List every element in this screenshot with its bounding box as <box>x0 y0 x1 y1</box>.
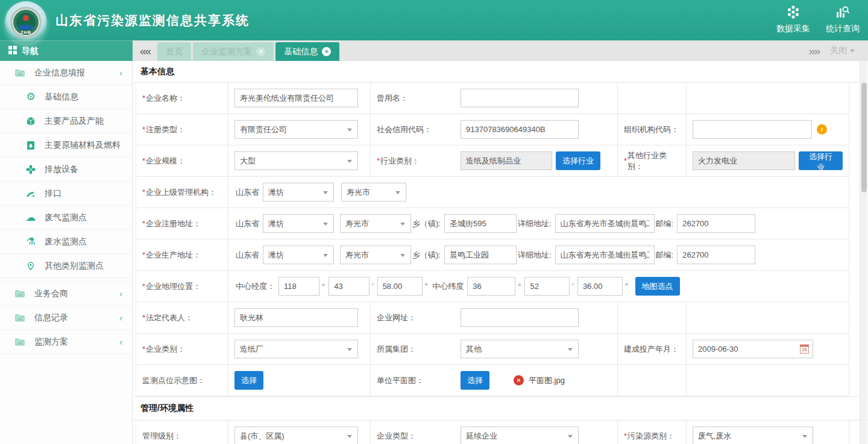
form-row: 管理级别： 县(市、区属) 企业类型： 延续企业 *污染源类别： 废气,废水 <box>136 420 849 444</box>
zip-label: 邮编: <box>656 250 674 261</box>
calendar-icon[interactable] <box>800 344 809 354</box>
org-code-input[interactable] <box>693 120 812 139</box>
town-label: 乡（镇): <box>412 218 441 229</box>
enterprise-type-select[interactable]: 延续企业 <box>461 427 579 444</box>
register-address-city-select[interactable]: 潍坊 <box>263 214 334 233</box>
sidebar-item-emission-equipment[interactable]: 排放设备 <box>0 157 132 182</box>
former-name-label: 曾用名： <box>377 93 408 104</box>
latitude-min-input[interactable] <box>524 277 570 296</box>
flask-icon: ⚗ <box>24 236 37 247</box>
vertical-scrollbar <box>860 61 867 444</box>
choose-monitor-sketch-button[interactable]: 选择 <box>234 371 263 390</box>
latitude-sec-input[interactable] <box>577 277 623 296</box>
scrollbar-thumb[interactable] <box>861 83 867 192</box>
form-row: *企业上级管理机构： 山东省 潍坊 寿光市 <box>136 177 849 208</box>
sidebar-item-gas-monitor-points[interactable]: ☁ 废气监测点 <box>0 206 132 230</box>
close-icon[interactable] <box>322 47 331 56</box>
choose-unit-plan-button[interactable]: 选择 <box>461 371 489 390</box>
longitude-min-input[interactable] <box>329 277 370 296</box>
website-input[interactable] <box>461 308 579 327</box>
pollution-type-select[interactable]: 废气,废水 <box>693 427 813 444</box>
province-label: 山东省 <box>236 250 259 261</box>
folder-icon <box>13 289 27 299</box>
production-address-town-input[interactable] <box>444 246 517 264</box>
register-address-zip-input[interactable] <box>677 214 755 233</box>
credit-code-input[interactable] <box>461 120 579 139</box>
production-address-zip-input[interactable] <box>677 246 755 264</box>
enterprise-class-select[interactable]: 造纸厂 <box>234 340 358 358</box>
latitude-deg-input[interactable] <box>467 277 515 296</box>
register-address-town-input[interactable] <box>444 214 517 233</box>
stats-query-button[interactable]: 统计查询 <box>826 5 860 34</box>
former-name-input[interactable] <box>461 89 579 107</box>
tab-home[interactable]: 首页 <box>157 42 191 61</box>
register-type-select[interactable]: 有限责任公司 <box>234 120 358 139</box>
tab-basic-info-label: 基础信息 <box>284 46 318 57</box>
parent-org-district-select[interactable]: 寿光市 <box>341 183 406 201</box>
double-chevron-left-icon[interactable]: «« <box>133 45 157 57</box>
build-date-input[interactable] <box>693 340 813 358</box>
close-tabs-label: 关闭 <box>830 45 847 56</box>
longitude-sec-input[interactable] <box>377 277 423 296</box>
mgmt-env-form: 管理级别： 县(市、区属) 企业类型： 延续企业 *污染源类别： 废气,废水 <box>136 420 849 444</box>
sidebar-item-outlets[interactable]: 排口 <box>0 182 132 206</box>
zip-label: 邮编: <box>656 218 674 229</box>
city-value: 潍坊 <box>268 187 284 198</box>
sidebar-group-monitor-plan[interactable]: 监测方案 <box>0 330 132 354</box>
detail-address-label: 详细地址: <box>518 250 552 261</box>
form-row: *法定代表人： 企业网址： <box>136 302 849 334</box>
form-row: 监测点位示意图： 选择 单位平面图： 选择 平面图.jpg <box>136 365 849 396</box>
folder-icon <box>13 313 27 323</box>
production-address-district-select[interactable]: 寿光市 <box>340 246 411 264</box>
parent-org-city-select[interactable]: 潍坊 <box>263 183 334 201</box>
mgmt-level-value: 县(市、区属) <box>240 431 285 442</box>
mgmt-level-select[interactable]: 县(市、区属) <box>234 427 358 444</box>
close-icon[interactable] <box>256 47 265 56</box>
tab-enterprise-monitor-plan[interactable]: 企业监测方案 <box>193 42 274 61</box>
register-type-label: 注册类型： <box>146 124 185 135</box>
data-collection-button[interactable]: 数据采集 <box>776 5 810 34</box>
credit-code-label: 社会信用代码： <box>377 124 432 135</box>
double-chevron-right-icon[interactable]: »» <box>809 45 819 57</box>
sidebar-item-water-monitor-points[interactable]: ⚗ 废水监测点 <box>0 230 132 254</box>
pollution-type-value: 废气,废水 <box>698 431 732 442</box>
info-icon[interactable] <box>817 124 827 135</box>
other-industry-input[interactable] <box>693 151 795 170</box>
tab-home-label: 首页 <box>166 46 183 57</box>
delete-file-icon[interactable] <box>514 375 524 385</box>
app-title: 山东省污染源监测信息共享系统 <box>55 0 250 40</box>
production-address-detail-input[interactable] <box>555 246 655 264</box>
sidebar-item-other-monitor-points[interactable]: 其他类别监测点 <box>0 254 132 278</box>
section-title-mgmt: 管理/环境属性 <box>133 396 868 420</box>
sidebar-group-business-consult[interactable]: 业务会商 <box>0 282 132 306</box>
register-address-detail-input[interactable] <box>555 214 655 233</box>
register-address-district-select[interactable]: 寿光市 <box>340 214 411 233</box>
tab-basic-info[interactable]: 基础信息 <box>275 42 339 61</box>
sidebar-group-info-records[interactable]: 信息记录 <box>0 306 132 330</box>
map-pick-button[interactable]: 地图选点 <box>635 277 680 296</box>
legal-person-input[interactable] <box>234 308 358 327</box>
select-other-industry-button[interactable]: 选择行业 <box>799 151 843 170</box>
production-address-label: 企业生产地址： <box>146 250 201 261</box>
group-belong-select[interactable]: 其他 <box>461 340 579 358</box>
sidebar-item-materials-fuel[interactable]: 主要原辅材料及燃料 <box>0 133 132 157</box>
sidebar-item-products[interactable]: 主要产品及产能 <box>0 109 132 133</box>
production-address-city-select[interactable]: 潍坊 <box>263 246 334 264</box>
sidebar-group-label: 监测方案 <box>34 337 68 347</box>
enterprise-name-input[interactable] <box>234 89 358 107</box>
gear-icon: ⚙ <box>24 92 37 102</box>
select-industry-button[interactable]: 选择行业 <box>556 151 600 170</box>
enterprise-class-label: 企业类别： <box>146 344 185 355</box>
sidebar-group-enterprise-info[interactable]: 企业信息填报 <box>0 61 132 85</box>
industry-input[interactable] <box>461 151 552 170</box>
scale-select[interactable]: 大型 <box>234 151 358 170</box>
close-tabs-menu[interactable]: 关闭 <box>830 45 855 56</box>
form-row: *企业地理位置： 中心经度： ° ′ ″ 中心纬度 ° ′ ″ 地图选点 <box>136 271 849 302</box>
province-label: 山东省 <box>236 187 259 198</box>
sidebar-item-label: 废水监测点 <box>45 236 87 247</box>
sidebar-item-basic-info[interactable]: ⚙ 基础信息 <box>0 85 132 109</box>
form-row: *企业名称： 曾用名： <box>136 83 849 114</box>
required-marker: * <box>142 188 145 197</box>
other-industry-label: 其他行业类别： <box>627 150 680 172</box>
longitude-deg-input[interactable] <box>278 277 319 296</box>
